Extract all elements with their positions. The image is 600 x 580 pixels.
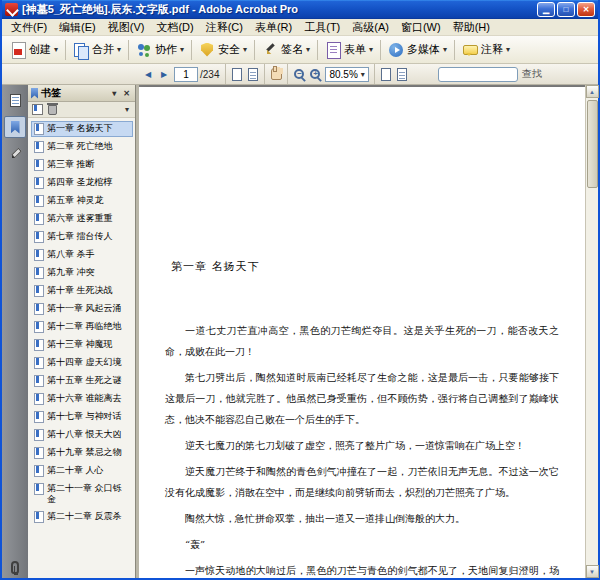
bookmark-page-icon — [34, 303, 44, 315]
bookmark-page-icon — [34, 213, 44, 225]
menu-item[interactable]: 表单(R) — [249, 19, 298, 36]
bookmark-item[interactable]: 第八章 杀手 — [31, 247, 133, 263]
bookmark-item[interactable]: 第十九章 禁忌之物 — [31, 445, 133, 461]
menu-item[interactable]: 视图(V) — [102, 19, 151, 36]
next-page-button[interactable]: ▶ — [156, 66, 172, 83]
bookmark-item[interactable]: 第四章 圣龙棺椁 — [31, 175, 133, 191]
secure-button[interactable]: 安全 ▾ — [195, 40, 251, 60]
minimize-button[interactable]: ▁ — [537, 2, 555, 17]
collaborate-button[interactable]: 协作 ▾ — [132, 40, 188, 60]
menu-item[interactable]: 工具(T) — [298, 19, 346, 36]
scroll-down-button[interactable]: ▼ — [586, 565, 599, 578]
scrollbar-thumb[interactable] — [587, 100, 598, 188]
signature-pen-icon — [9, 148, 21, 160]
sign-button[interactable]: 签名 ▾ — [258, 40, 314, 60]
previous-page-button[interactable]: ◀ — [140, 66, 156, 83]
comment-button[interactable]: 注释 ▾ — [458, 40, 514, 60]
zoom-level-select[interactable]: 80.5% ▾ — [325, 67, 368, 82]
delete-bookmark-button[interactable] — [48, 105, 57, 115]
bookmarks-panel-header: 书签 ▾ ✕ — [28, 85, 135, 102]
signatures-panel-button[interactable] — [4, 143, 26, 165]
menu-item[interactable]: 文件(F) — [5, 19, 53, 36]
bookmark-page-icon — [34, 231, 44, 243]
navigation-toolbar: ◀ ▶ /234 − + 80.5% ▾ 查找 — [2, 64, 598, 85]
attachments-panel-button[interactable] — [4, 556, 26, 578]
forms-button[interactable]: 表单 ▾ — [321, 40, 377, 60]
menu-item[interactable]: 窗口(W) — [395, 19, 447, 36]
chevron-down-icon: ▾ — [54, 45, 58, 54]
bookmark-page-icon — [34, 411, 44, 423]
bookmark-item[interactable]: 第二十章 人心 — [31, 463, 133, 479]
bookmark-page-icon — [34, 141, 44, 153]
bookmark-label: 第二十一章 众口铄金 — [47, 483, 130, 505]
fit-width-button[interactable] — [378, 66, 394, 83]
bookmark-label: 第十五章 生死之谜 — [47, 375, 130, 386]
bookmark-item[interactable]: 第十八章 恨天大凶 — [31, 427, 133, 443]
bookmark-item[interactable]: 第十一章 风起云涌 — [31, 301, 133, 317]
bookmarks-panel-title: 书签 — [41, 86, 61, 100]
close-panel-icon[interactable]: ✕ — [121, 89, 132, 98]
bookmark-item[interactable]: 第十四章 虚天幻境 — [31, 355, 133, 371]
page-number-input[interactable] — [174, 67, 198, 82]
find-input[interactable] — [438, 67, 518, 82]
bookmark-item[interactable]: 第九章 冲突 — [31, 265, 133, 281]
sign-pen-icon — [262, 42, 278, 58]
bookmark-item[interactable]: 第二十一章 众口铄金 — [31, 481, 133, 507]
multimedia-button[interactable]: 多媒体 ▾ — [384, 40, 451, 60]
zoom-in-button[interactable]: + — [307, 66, 323, 83]
menu-item[interactable]: 注释(C) — [200, 19, 249, 36]
page-body: 一道七丈刀芒直冲高空，黑色的刀芒绚烂夺目。这是关乎生死的一刀，能否改天之命，成败… — [165, 320, 559, 578]
hand-tool-button[interactable] — [268, 66, 284, 83]
bookmark-item[interactable]: 第十七章 与神对话 — [31, 409, 133, 425]
fit-page-icon — [397, 68, 407, 81]
vertical-scrollbar[interactable]: ▲ ▼ — [585, 85, 598, 578]
bookmark-label: 第十七章 与神对话 — [47, 411, 130, 422]
menu-item[interactable]: 文档(D) — [150, 19, 199, 36]
single-page-view-button[interactable] — [229, 66, 245, 83]
pages-panel-button[interactable] — [4, 89, 26, 111]
combine-button[interactable]: 合并 ▾ — [69, 40, 125, 60]
single-page-icon — [232, 68, 242, 81]
menu-item[interactable]: 高级(A) — [346, 19, 395, 36]
scroll-up-button[interactable]: ▲ — [586, 85, 599, 98]
bookmark-item[interactable]: 第二章 死亡绝地 — [31, 139, 133, 155]
menu-item[interactable]: 帮助(H) — [447, 19, 496, 36]
bookmark-item[interactable]: 第十六章 谁能离去 — [31, 391, 133, 407]
bookmark-item[interactable]: 第五章 神灵龙 — [31, 193, 133, 209]
bookmark-item[interactable]: 第一章 名扬天下 — [31, 121, 133, 137]
bookmark-page-icon — [34, 357, 44, 369]
title-bar: [神墓5_死亡绝地].辰东.文字版.pdf - Adobe Acrobat Pr… — [2, 0, 598, 19]
close-button[interactable]: ✕ — [577, 2, 595, 17]
secure-label: 安全 — [218, 42, 240, 57]
bookmark-label: 第二十章 人心 — [47, 465, 130, 476]
panel-options-menu-icon[interactable]: ▾ — [110, 89, 118, 98]
create-pdf-icon — [10, 42, 26, 58]
create-pdf-button[interactable]: 创建 ▾ — [6, 40, 62, 60]
bookmark-label: 第十六章 谁能离去 — [47, 393, 130, 404]
zoom-in-icon: + — [310, 69, 320, 79]
document-scroll-region[interactable]: 第一章 名扬天下 一道七丈刀芒直冲高空，黑色的刀芒绚烂夺目。这是关乎生死的一刀，… — [139, 85, 585, 578]
bookmark-item[interactable]: 第十三章 神魔现 — [31, 337, 133, 353]
bookmark-item[interactable]: 第三章 推断 — [31, 157, 133, 173]
bookmarks-options-icon[interactable]: ▾ — [123, 105, 131, 114]
continuous-view-button[interactable] — [245, 66, 261, 83]
window-title: [神墓5_死亡绝地].辰东.文字版.pdf - Adobe Acrobat Pr… — [22, 2, 535, 17]
bookmark-item[interactable]: 第七章 擂台传人 — [31, 229, 133, 245]
acrobat-window: [神墓5_死亡绝地].辰东.文字版.pdf - Adobe Acrobat Pr… — [0, 0, 600, 580]
maximize-button[interactable]: □ — [557, 2, 575, 17]
bookmark-item[interactable]: 第六章 迷雾重重 — [31, 211, 133, 227]
bookmark-item[interactable]: 第二十二章 反震杀 — [31, 509, 133, 525]
bookmark-item[interactable]: 第十五章 生死之谜 — [31, 373, 133, 389]
zoom-out-button[interactable]: − — [291, 66, 307, 83]
toolbar-separator — [225, 64, 226, 84]
bookmark-label: 第二十二章 反震杀 — [47, 511, 130, 522]
bookmark-page-icon — [34, 195, 44, 207]
bookmark-item[interactable]: 第十章 生死决战 — [31, 283, 133, 299]
menu-item[interactable]: 编辑(E) — [53, 19, 102, 36]
bookmark-item[interactable]: 第十二章 再临绝地 — [31, 319, 133, 335]
bookmark-ribbon-icon — [31, 88, 38, 99]
paragraph: 陶然大惊，急忙拼命双掌，抽出一道又一道排山倒海般的大力。 — [165, 508, 559, 529]
new-bookmark-button[interactable] — [32, 104, 43, 115]
fit-page-button[interactable] — [394, 66, 410, 83]
bookmarks-panel-button[interactable] — [4, 116, 26, 138]
